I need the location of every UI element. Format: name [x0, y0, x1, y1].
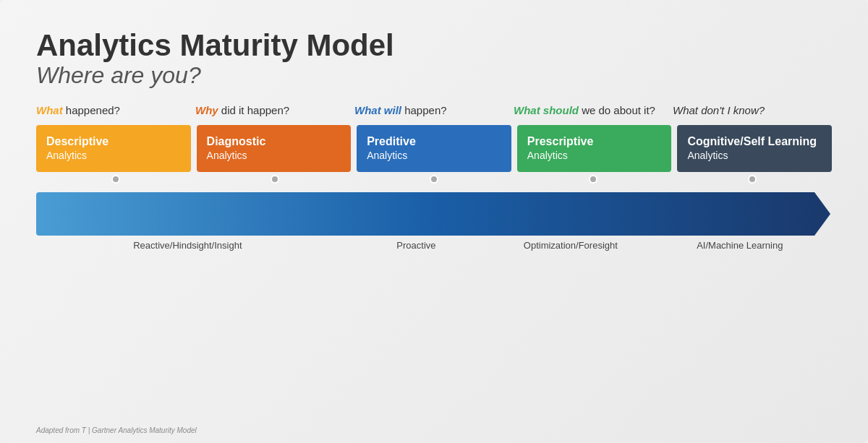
timeline-dot-1: [111, 175, 120, 184]
timeline-section: Reactive/Hindsight/Insight Proactive Opt…: [36, 192, 832, 251]
timeline-labels: Reactive/Hindsight/Insight Proactive Opt…: [36, 240, 832, 251]
q2-highlight: Why: [195, 104, 218, 116]
prescriptive-box: Prescriptive Analytics: [517, 125, 672, 172]
diagnostic-subtitle: Analytics: [207, 149, 341, 162]
q3-rest: happen?: [404, 104, 446, 116]
title-section: Analytics Maturity Model Where are you?: [36, 29, 832, 89]
cognitive-subtitle: Analytics: [687, 149, 822, 162]
timeline-bar: [36, 192, 814, 236]
prescriptive-title: Prescriptive: [527, 134, 662, 150]
main-card: Analytics Maturity Model Where are you? …: [0, 0, 868, 443]
q3-highlight: What will: [354, 104, 401, 116]
cognitive-title: Cognitive/Self Learning: [687, 134, 822, 150]
timeline-dot-2: [271, 175, 279, 184]
timeline-dot-3: [430, 175, 438, 184]
predictive-subtitle: Analytics: [367, 149, 501, 162]
timeline-arrow: [814, 192, 830, 236]
questions-row: What happened? Why did it happen? What w…: [36, 103, 832, 118]
predictive-box: Preditive Analytics: [357, 125, 511, 172]
diagnostic-title: Diagnostic: [207, 134, 341, 150]
timeline-label-4: AI/Machine Learning: [648, 240, 832, 251]
dot-1-container: [36, 175, 195, 184]
timeline-label-3: Optimization/Foresight: [493, 240, 647, 251]
analytics-boxes-row: Descriptive Analytics Diagnostic Analyti…: [36, 125, 832, 172]
descriptive-box: Descriptive Analytics: [36, 125, 191, 172]
question-1: What happened?: [36, 103, 195, 118]
timeline-dot-5: [748, 175, 757, 184]
cognitive-box: Cognitive/Self Learning Analytics: [677, 125, 832, 172]
footer-credit: Adapted from T | Gartner Analytics Matur…: [36, 426, 197, 434]
question-5: What don't I know?: [673, 103, 832, 118]
page-subtitle: Where are you?: [36, 62, 832, 89]
q1-rest: happened?: [66, 104, 120, 116]
page-title: Analytics Maturity Model: [36, 29, 832, 62]
timeline-dots: [36, 172, 832, 186]
q1-highlight: What: [36, 104, 63, 116]
timeline-label-2: Proactive: [339, 240, 493, 251]
dot-5-container: [673, 175, 832, 184]
predictive-title: Preditive: [367, 134, 501, 150]
q2-rest: did it happen?: [221, 104, 289, 116]
timeline-dot-4: [589, 175, 597, 184]
prescriptive-subtitle: Analytics: [527, 149, 662, 162]
dot-4-container: [514, 175, 673, 184]
dot-3-container: [354, 175, 514, 184]
q5-text: What don't I know?: [673, 104, 765, 116]
q4-rest: we do about it?: [582, 104, 655, 116]
diagnostic-box: Diagnostic Analytics: [197, 125, 352, 172]
question-4: What should we do about it?: [514, 103, 673, 118]
q4-highlight: What should: [514, 104, 579, 116]
content-area: What happened? Why did it happen? What w…: [36, 103, 832, 421]
dot-2-container: [195, 175, 354, 184]
timeline-label-1: Reactive/Hindsight/Insight: [36, 240, 339, 251]
descriptive-title: Descriptive: [46, 134, 181, 150]
question-3: What will happen?: [354, 103, 514, 118]
question-2: Why did it happen?: [195, 103, 354, 118]
descriptive-subtitle: Analytics: [46, 149, 181, 162]
